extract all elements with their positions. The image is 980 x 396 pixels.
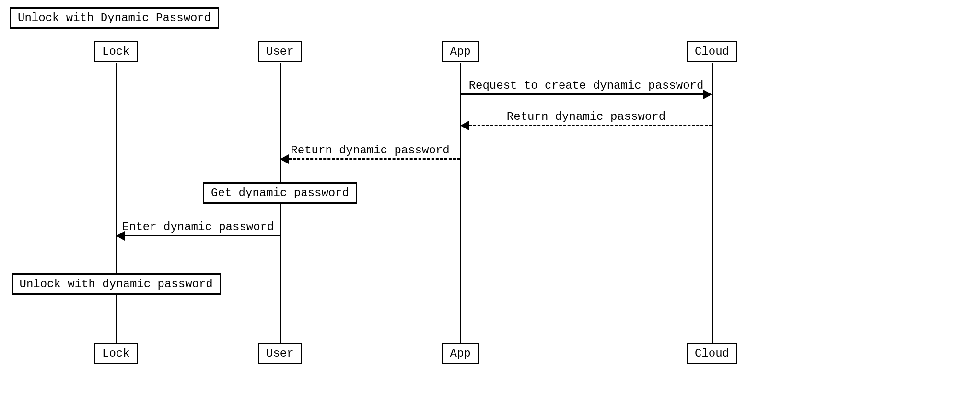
- arrow-head-2: [280, 154, 289, 164]
- message-arrow-1: [469, 125, 712, 126]
- participant-bottom-cloud: Cloud: [687, 343, 737, 364]
- participant-bottom-lock: Lock: [94, 343, 138, 364]
- message-label-0: Request to create dynamic password: [469, 79, 704, 92]
- participant-bottom-app: App: [442, 343, 479, 364]
- self-message-3: Get dynamic password: [203, 182, 357, 204]
- participant-bottom-user: User: [258, 343, 302, 364]
- lifeline-cloud: [712, 63, 713, 343]
- arrow-head-1: [460, 121, 469, 130]
- message-label-2: Return dynamic password: [291, 144, 449, 157]
- participant-top-cloud: Cloud: [687, 41, 737, 62]
- self-message-5: Unlock with dynamic password: [12, 273, 221, 295]
- arrow-head-0: [703, 90, 712, 99]
- participant-top-lock: Lock: [94, 41, 138, 62]
- participant-top-app: App: [442, 41, 479, 62]
- lifeline-lock: [116, 63, 117, 343]
- diagram-title: Unlock with Dynamic Password: [10, 7, 219, 29]
- lifeline-app: [460, 63, 461, 343]
- message-arrow-4: [125, 235, 280, 236]
- message-label-4: Enter dynamic password: [122, 221, 274, 233]
- message-arrow-2: [289, 158, 460, 160]
- message-arrow-0: [460, 93, 703, 95]
- participant-top-user: User: [258, 41, 302, 62]
- message-label-1: Return dynamic password: [507, 110, 665, 123]
